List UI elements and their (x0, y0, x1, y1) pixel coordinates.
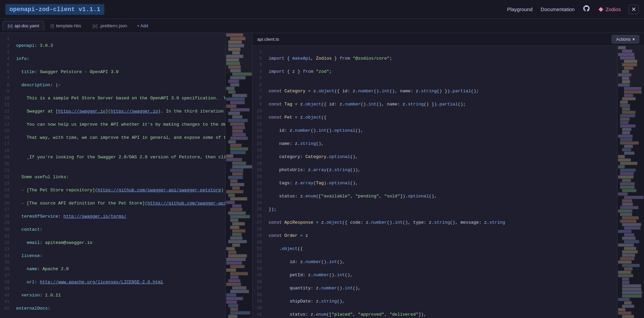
left-code-content: openapi: 3.0.3 info: title: Swagger Pets… (12, 33, 225, 318)
header: openapi-zod-client v1.1.1 Playground Doc… (0, 0, 644, 19)
logo: openapi-zod-client v1.1.1 (5, 4, 104, 15)
nav-playground[interactable]: Playground (507, 6, 533, 12)
tab-bar: [o] api.doc.yaml [t] template.hbs [p] .p… (0, 19, 644, 33)
add-tab-button[interactable]: + Add (133, 22, 151, 30)
github-icon[interactable] (583, 5, 590, 14)
right-code-editor[interactable]: 12345 678910 1112131415 1617181920 21222… (252, 46, 644, 318)
left-minimap[interactable] (225, 33, 252, 318)
settings-icon[interactable]: ✕ (629, 5, 639, 14)
right-panel-header: api.client.ts Actions ▾ (252, 33, 644, 46)
main-content: 12345 678910 1112131415 1617181920 21222… (0, 33, 644, 318)
nav-zodios[interactable]: Zodios (598, 6, 621, 12)
nav-links: Playground Documentation Zodios ✕ (507, 5, 639, 14)
right-line-numbers: 12345 678910 1112131415 1617181920 21222… (252, 46, 265, 318)
actions-label: Actions (616, 37, 631, 42)
left-line-numbers: 12345 678910 1112131415 1617181920 21222… (0, 33, 12, 318)
left-panel: 12345 678910 1112131415 1617181920 21222… (0, 33, 252, 318)
left-code-editor[interactable]: 12345 678910 1112131415 1617181920 21222… (0, 33, 252, 318)
tab-template-hbs[interactable]: [t] template.hbs (45, 21, 86, 31)
right-panel-filename: api.client.ts (257, 37, 279, 42)
actions-button[interactable]: Actions ▾ (612, 35, 639, 43)
right-panel: api.client.ts Actions ▾ 12345 678910 111… (252, 33, 644, 318)
right-minimap[interactable] (617, 46, 644, 318)
tab-prettierrc-json[interactable]: [p] .prettierrc.json (88, 21, 132, 31)
tab-api-doc-yaml[interactable]: [o] api.doc.yaml (3, 21, 44, 31)
app-container: openapi-zod-client v1.1.1 Playground Doc… (0, 0, 644, 318)
nav-documentation[interactable]: Documentation (541, 6, 575, 12)
right-code-content: import { makeApi, Zodios } from "@zodios… (265, 46, 617, 318)
chevron-down-icon: ▾ (633, 37, 635, 42)
